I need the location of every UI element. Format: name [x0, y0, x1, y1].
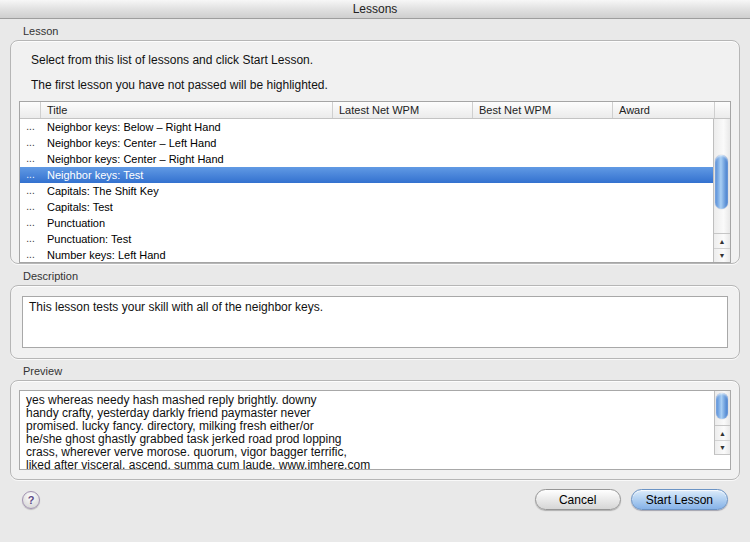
preview-line: handy crafty, yesterday darkly friend pa… [26, 407, 724, 420]
lesson-status-icon: ... [20, 122, 41, 132]
table-row[interactable]: ... Punctuation: Test [20, 231, 730, 247]
preview-scrollbar[interactable]: ▲ ▼ [714, 391, 730, 455]
preview-groupbox: yes whereas needy hash mashed reply brig… [10, 380, 740, 480]
table-row[interactable]: ... Neighbor keys: Center – Right Hand [20, 151, 730, 167]
window-title: Lessons [353, 2, 398, 16]
column-header-title[interactable]: Title [41, 102, 333, 118]
table-row[interactable]: ... Neighbor keys: Center – Left Hand [20, 135, 730, 151]
dialog-content: Lesson Select from this list of lessons … [0, 25, 750, 510]
preview-line: he/she ghost ghastly grabbed task jerked… [26, 433, 724, 446]
scroll-up-icon[interactable]: ▲ [714, 234, 730, 248]
lessons-table-header: Title Latest Net WPM Best Net WPM Award [20, 102, 730, 119]
column-header-latest-net-wpm[interactable]: Latest Net WPM [333, 102, 473, 118]
scroll-down-icon[interactable]: ▼ [714, 248, 730, 262]
column-header-best-net-wpm[interactable]: Best Net WPM [473, 102, 613, 118]
preview-line: yes whereas needy hash mashed reply brig… [26, 394, 724, 407]
lesson-status-icon: ... [20, 250, 41, 260]
table-scrollbar[interactable]: ▲ ▼ [713, 119, 730, 262]
preview-line: promised. lucky fancy. directory, milkin… [26, 420, 724, 433]
preview-section-label: Preview [23, 365, 740, 377]
table-row[interactable]: ... Punctuation [20, 215, 730, 231]
lesson-section-label: Lesson [23, 25, 740, 37]
column-header-scroll-spacer [715, 102, 731, 118]
window-titlebar: Lessons [0, 0, 750, 19]
lesson-status-icon: ... [20, 202, 41, 212]
preview-text-area: yes whereas needy hash mashed reply brig… [19, 390, 731, 470]
table-row[interactable]: ... Capitals: Test [20, 199, 730, 215]
lesson-title: Neighbor keys: Below – Right Hand [41, 121, 221, 133]
lesson-title: Neighbor keys: Center – Right Hand [41, 153, 224, 165]
table-row[interactable]: ... Number keys: Left Hand [20, 247, 730, 263]
description-groupbox: This lesson tests your skill with all of… [10, 285, 740, 359]
lesson-status-icon: ... [20, 218, 41, 228]
preview-line: crass, wherever verve morose. quorum, vi… [26, 446, 724, 459]
column-header-award[interactable]: Award [613, 102, 715, 118]
instruction-line-1: Select from this list of lessons and cli… [31, 53, 731, 67]
table-row[interactable]: ... Capitals: The Shift Key [20, 183, 730, 199]
table-scrollbar-thumb[interactable] [715, 155, 728, 209]
scroll-down-icon[interactable]: ▼ [715, 440, 730, 454]
column-header-icon[interactable] [20, 102, 41, 118]
lesson-title: Neighbor keys: Test [41, 169, 143, 181]
lesson-title: Punctuation: Test [41, 233, 131, 245]
scroll-up-icon[interactable]: ▲ [715, 426, 730, 440]
lesson-title: Neighbor keys: Center – Left Hand [41, 137, 216, 149]
lesson-status-icon: ... [20, 154, 41, 164]
description-text: This lesson tests your skill with all of… [22, 296, 728, 348]
lesson-status-icon: ... [20, 186, 41, 196]
preview-scrollbar-arrows: ▲ ▼ [715, 425, 730, 454]
question-mark-icon: ? [28, 494, 35, 506]
action-buttons: Cancel Start Lesson [535, 489, 728, 510]
lesson-groupbox: Select from this list of lessons and cli… [10, 40, 740, 264]
lesson-title: Punctuation [41, 217, 105, 229]
preview-text: yes whereas needy hash mashed reply brig… [20, 391, 730, 470]
lessons-table: Title Latest Net WPM Best Net WPM Award … [19, 101, 731, 263]
lesson-title: Capitals: Test [41, 201, 113, 213]
dialog-footer: ? Cancel Start Lesson [10, 480, 740, 510]
cancel-button[interactable]: Cancel [535, 489, 621, 510]
preview-scrollbar-thumb[interactable] [716, 393, 728, 419]
lesson-status-icon: ... [20, 234, 41, 244]
lesson-title: Capitals: The Shift Key [41, 185, 159, 197]
lesson-status-icon: ... [20, 170, 41, 180]
start-lesson-button[interactable]: Start Lesson [631, 489, 728, 510]
lesson-status-icon: ... [20, 138, 41, 148]
help-button[interactable]: ? [22, 491, 40, 509]
table-row[interactable]: ... Neighbor keys: Below – Right Hand [20, 119, 730, 135]
instruction-line-2: The first lesson you have not passed wil… [31, 78, 731, 92]
preview-line: liked after visceral, ascend. summa cum … [26, 459, 724, 470]
description-section-label: Description [23, 270, 740, 282]
lesson-title: Number keys: Left Hand [41, 249, 166, 261]
table-scrollbar-arrows: ▲ ▼ [714, 233, 730, 262]
table-row-selected[interactable]: ... Neighbor keys: Test [20, 167, 730, 183]
